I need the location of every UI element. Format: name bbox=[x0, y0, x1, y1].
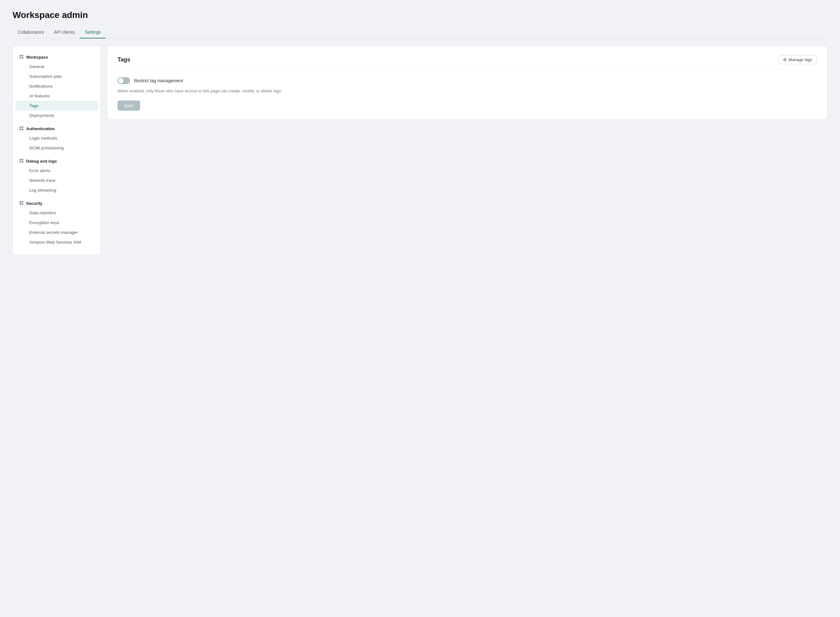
authentication-section-label: Authentication bbox=[26, 126, 55, 131]
toggle-thumb bbox=[118, 78, 124, 83]
sidebar-item-subscription-plan[interactable]: Subscription plan bbox=[15, 72, 98, 81]
sidebar-item-network-trace[interactable]: Network trace bbox=[15, 176, 98, 185]
svg-rect-8 bbox=[19, 159, 21, 160]
svg-rect-0 bbox=[19, 55, 21, 56]
toggle-row: Restrict tag management bbox=[118, 77, 817, 84]
sidebar-item-data-retention[interactable]: Data retention bbox=[15, 208, 98, 218]
sidebar-section-security: Security Data retention Encryption keys … bbox=[13, 198, 100, 247]
sidebar-item-login-methods[interactable]: Login methods bbox=[15, 133, 98, 143]
section-title: Tags bbox=[118, 56, 130, 63]
authentication-section-icon bbox=[19, 126, 24, 131]
sidebar-section-debug-logs-header: Debug and logs bbox=[13, 155, 100, 166]
sidebar-section-debug-logs: Debug and logs Error alerts Network trac… bbox=[13, 155, 100, 195]
sidebar-item-log-streaming[interactable]: Log streaming bbox=[15, 185, 98, 195]
gear-icon: ⚙ bbox=[783, 58, 787, 62]
sidebar: Workspace General Subscription plan Noti… bbox=[13, 46, 101, 255]
tabs-bar: Collaborators API clients Settings bbox=[13, 27, 827, 38]
svg-rect-6 bbox=[19, 128, 21, 130]
security-section-icon bbox=[19, 201, 24, 206]
svg-rect-15 bbox=[22, 203, 23, 205]
sidebar-item-scim-provisioning[interactable]: SCIM provisioning bbox=[15, 143, 98, 153]
svg-rect-11 bbox=[22, 161, 23, 162]
svg-rect-3 bbox=[22, 57, 23, 59]
sidebar-item-error-alerts[interactable]: Error alerts bbox=[15, 166, 98, 176]
restrict-tag-management-label: Restrict tag management bbox=[134, 78, 183, 83]
toggle-description: When enabled, only those who have access… bbox=[118, 88, 817, 94]
sidebar-item-general[interactable]: General bbox=[15, 62, 98, 72]
svg-rect-13 bbox=[22, 201, 23, 203]
page-title: Workspace admin bbox=[13, 10, 827, 20]
svg-rect-7 bbox=[22, 128, 23, 130]
svg-rect-1 bbox=[22, 55, 23, 56]
sidebar-section-workspace: Workspace General Subscription plan Noti… bbox=[13, 52, 100, 120]
sidebar-item-ai-features[interactable]: AI features bbox=[15, 91, 98, 101]
page-wrapper: Workspace admin Collaborators API client… bbox=[0, 0, 840, 617]
sidebar-item-notifications[interactable]: Notifications bbox=[15, 81, 98, 91]
save-button[interactable]: Save bbox=[118, 100, 140, 111]
tab-api-clients[interactable]: API clients bbox=[49, 27, 80, 38]
sidebar-item-encryption-keys[interactable]: Encryption keys bbox=[15, 218, 98, 227]
tab-collaborators[interactable]: Collaborators bbox=[13, 27, 49, 38]
manage-tags-label: Manage tags bbox=[788, 58, 812, 62]
svg-rect-12 bbox=[19, 201, 21, 203]
security-section-label: Security bbox=[26, 201, 42, 206]
main-content: Tags ⚙ Manage tags Restrict tag manageme… bbox=[107, 46, 827, 120]
workspace-section-icon bbox=[19, 55, 24, 60]
tab-settings[interactable]: Settings bbox=[80, 27, 106, 38]
sidebar-item-amazon-web-services-iam[interactable]: Amazon Web Services IAM bbox=[15, 237, 98, 247]
sidebar-section-workspace-header: Workspace bbox=[13, 52, 100, 62]
content-area: Workspace General Subscription plan Noti… bbox=[13, 46, 827, 255]
sidebar-section-authentication: Authentication Login methods SCIM provis… bbox=[13, 123, 100, 153]
section-title-row: Tags ⚙ Manage tags bbox=[118, 55, 817, 69]
debug-logs-section-label: Debug and logs bbox=[26, 159, 57, 164]
svg-rect-2 bbox=[19, 57, 21, 59]
sidebar-section-authentication-header: Authentication bbox=[13, 123, 100, 133]
workspace-section-label: Workspace bbox=[26, 55, 48, 59]
manage-tags-button[interactable]: ⚙ Manage tags bbox=[778, 55, 817, 64]
svg-rect-10 bbox=[19, 161, 21, 162]
sidebar-item-deployments[interactable]: Deployments bbox=[15, 111, 98, 120]
sidebar-item-external-secrets-manager[interactable]: External secrets manager bbox=[15, 227, 98, 237]
sidebar-section-security-header: Security bbox=[13, 198, 100, 208]
toggle-track bbox=[118, 77, 130, 84]
svg-rect-9 bbox=[22, 159, 23, 160]
svg-rect-4 bbox=[19, 126, 21, 128]
svg-rect-5 bbox=[22, 126, 23, 128]
svg-rect-14 bbox=[19, 203, 21, 205]
restrict-tag-management-toggle[interactable] bbox=[118, 77, 130, 84]
sidebar-item-tags[interactable]: Tags bbox=[15, 101, 98, 111]
debug-logs-section-icon bbox=[19, 158, 24, 164]
